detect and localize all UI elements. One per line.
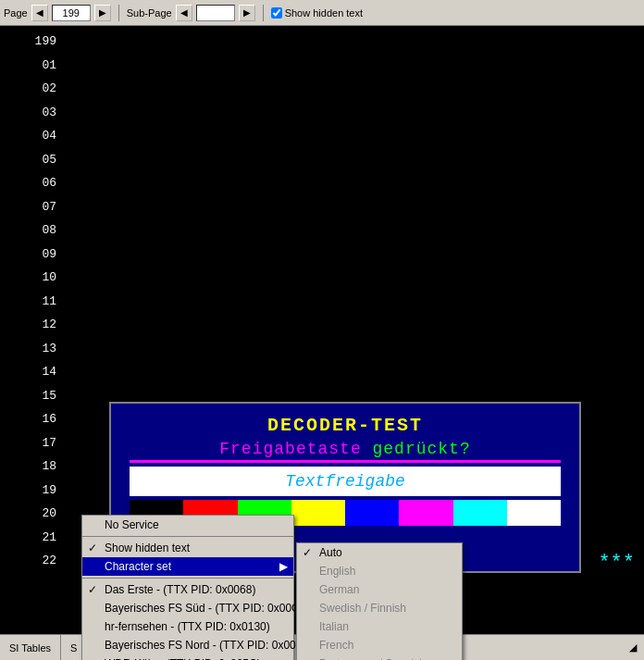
show-hidden-checkbox[interactable] [271, 7, 282, 19]
subpage-next-button[interactable]: ▶ [239, 5, 255, 21]
row-num-19: 19 [0, 479, 60, 503]
subpage-input[interactable] [196, 5, 235, 21]
tt-row-header: 501 ARDtext So 28.06.09 01:27:09 [60, 30, 644, 54]
page-label: Page [4, 7, 28, 19]
cm-show-hidden-check: ✓ [88, 542, 97, 554]
context-menu: No Service ✓ Show hidden text Character … [81, 515, 294, 660]
tt-row-06: oG1+ abcdefghijklmnopqrstuvwxyz█56789 [60, 171, 644, 195]
status-tab-si-tables[interactable]: SI Tables [0, 635, 61, 660]
cm-show-hidden[interactable]: ✓ Show hidden text [82, 539, 293, 557]
sm-german-label: German [319, 583, 359, 596]
sm-portuguese: Portuguese / Spanish [297, 654, 462, 660]
cm-character-set-arrow: ▶ [279, 560, 288, 573]
decoder-underline [130, 460, 561, 463]
cm-wdr-koeln[interactable]: WDR Köln - (TTX PID: 0x025C) [82, 654, 293, 660]
row-num-14: 14 [0, 360, 60, 384]
row-num-01: 01 [0, 54, 60, 78]
colorbar-magenta [399, 500, 452, 526]
subpage-prev-button[interactable]: ◀ [176, 5, 192, 21]
decoder-textfreigabe: Textfreigabe [130, 467, 561, 496]
tt-row-10: o8NT [60, 266, 644, 290]
row-num-04: 04 [0, 124, 60, 148]
character-set-submenu: Auto English German Swedish / Finnish It… [296, 542, 463, 660]
colorbar-white [507, 500, 561, 526]
colorbar-blue [345, 500, 399, 526]
cm-das-erste[interactable]: ✓ Das Erste - (TTX PID: 0x0068) [82, 580, 293, 599]
status-right: ◢ [629, 641, 644, 654]
row-num-21: 21 [0, 526, 60, 550]
cm-das-erste-check: ✓ [88, 583, 97, 596]
row-num-13: 13 [0, 337, 60, 361]
cm-das-erste-label: Das Erste - (TTX PID: 0x0068) [105, 583, 255, 596]
tt-row-11-13-graphics: o8NT 364▲864▲ [60, 290, 644, 361]
page-prev-button[interactable]: ◀ [31, 5, 48, 21]
row-num-05: 05 [0, 148, 60, 172]
row-num-10: 10 [0, 266, 60, 290]
sm-german: German [297, 580, 462, 599]
page-input[interactable]: 199 [52, 5, 91, 21]
subpage-label: Sub-Page [127, 7, 172, 19]
cm-bay-fs-sued-label: Bayerisches FS Süd - (TTX PID: 0x00CC) [105, 602, 311, 615]
toolbar-separator-1 [118, 5, 119, 21]
row-numbers: 199 01 02 03 04 05 06 07 08 09 10 11 12 … [0, 26, 60, 573]
decoder-freigabetaste: Freigabetaste [219, 440, 361, 458]
row-num-17: 17 [0, 431, 60, 455]
page-next-button[interactable]: ▶ [94, 5, 111, 21]
cm-hr-fernsehen[interactable]: hr-fernsehen - (TTX PID: 0x0130) [82, 617, 293, 636]
show-hidden-label: Show hidden text [285, 7, 363, 19]
row-num-03: 03 [0, 101, 60, 125]
resize-icon: ◢ [629, 641, 637, 654]
row-num-12: 12 [0, 313, 60, 337]
main-teletext-area: 199 01 02 03 04 05 06 07 08 09 10 11 12 … [0, 26, 644, 614]
sm-english: English [297, 562, 462, 580]
row-num-18: 18 [0, 455, 60, 479]
row-num-06: 06 [0, 171, 60, 195]
cm-bay-fs-nord-label: Bayerisches FS Nord - (TTX PID: 0x00CC) [105, 639, 316, 652]
row-num-09: 09 [0, 243, 60, 267]
sm-auto-label: Auto [319, 546, 342, 559]
colorbar-yellow [291, 500, 345, 526]
cm-no-service-label: No Service [105, 518, 159, 531]
row-num-08: 08 [0, 218, 60, 243]
cm-sep-1 [82, 536, 293, 537]
toolbar: Page ◀ 199 ▶ Sub-Page ◀ ▶ Show hidden te… [0, 0, 644, 26]
sm-swedish: Swedish / Finnish [297, 599, 462, 617]
tt-row-09: o8NT β β β β β β β β β β β β β β β β β β… [60, 243, 644, 267]
row-num-11: 11 [0, 290, 60, 314]
sm-english-label: English [319, 565, 355, 578]
cm-no-service[interactable]: No Service [82, 516, 293, 534]
sm-italian: Italian [297, 617, 462, 636]
cm-character-set[interactable]: Character set ▶ [82, 557, 293, 576]
row-num-07: 07 [0, 195, 60, 219]
tt-row-05: oG1+ abcdefghijklmnopqrstuvwxyz█56789 [60, 148, 644, 172]
tt-row-03: o8NT ABCDEFGHIJKLMNOPQRSTUVWXYZ█01234 [60, 101, 644, 125]
cm-character-set-label: Character set [105, 560, 171, 573]
sm-italian-label: Italian [319, 620, 349, 633]
colorbar-cyan [453, 500, 507, 526]
decoder-line2: Freigabetaste gedrückt? [111, 436, 579, 458]
row-num-20: 20 [0, 502, 60, 526]
tt-row-01: o8NT ZEICHENVORRAT 1/3 [60, 54, 644, 78]
stars-row: *** [598, 552, 635, 575]
tt-row-07: oG1+ !"#$%&'()*+,-./:;<=>?À^U_β°äüöß [60, 195, 644, 219]
row-num-22: 22 [0, 549, 60, 573]
row-num-02: 02 [0, 77, 60, 101]
sm-french: French [297, 636, 462, 654]
show-hidden-group: Show hidden text [271, 7, 363, 19]
status-tab-s-label: S [70, 642, 77, 654]
tt-row-04: oG1+ ABCDEFGHIJKLMNOPQRSTUVWXYZ█01234 [60, 124, 644, 148]
sm-swedish-label: Swedish / Finnish [319, 602, 406, 615]
row-num-15: 15 [0, 384, 60, 408]
row-num-16: 16 [0, 407, 60, 431]
cm-bay-fs-nord[interactable]: Bayerisches FS Nord - (TTX PID: 0x00CC) [82, 636, 293, 654]
cm-bay-fs-sued[interactable]: Bayerisches FS Süd - (TTX PID: 0x00CC) [82, 599, 293, 617]
decoder-gedrueckt: gedrückt? [362, 440, 471, 458]
status-tab-si-tables-label: SI Tables [9, 642, 51, 654]
decoder-title: DECODER-TEST [111, 404, 579, 436]
tt-row-08: o8NT !"#$%&'()*+,-./:;<=>?À^U_β°äüöß [60, 218, 644, 243]
tt-row-02: o8NT ▌▐▌▐▌▐▌▐▌▐▌▐▌▐▌▐▌▐▌▐▌▐▌▐▌▐▌▐▌▐▌▐▌▐▌… [60, 77, 644, 101]
sm-auto[interactable]: Auto [297, 543, 462, 562]
toolbar-separator-2 [263, 5, 264, 21]
tt-row-13: oG1+ [60, 361, 644, 385]
cm-hr-fernsehen-label: hr-fernsehen - (TTX PID: 0x0130) [105, 620, 270, 633]
